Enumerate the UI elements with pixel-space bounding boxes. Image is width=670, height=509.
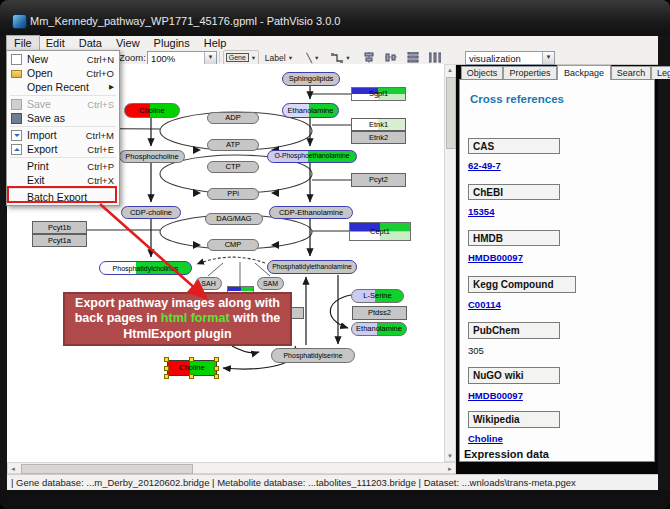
pathway-node-sgpl1[interactable]: Sgpl1 — [351, 87, 406, 101]
menu-item-print[interactable]: PrintCtrl+P — [7, 159, 119, 173]
pathway-node-pcyt1b[interactable]: Pcyt1b — [32, 221, 87, 234]
pathway-node-etnk1[interactable]: Etnk1 — [351, 118, 406, 131]
pathway-node-choline-selected[interactable]: Choline — [167, 360, 217, 376]
scroll-right-icon[interactable]: ► — [445, 464, 455, 474]
tab-backpage[interactable]: Backpage — [557, 65, 611, 80]
import-icon — [11, 130, 22, 141]
link-kegg[interactable]: C00114 — [468, 299, 501, 310]
selection-handle[interactable] — [164, 366, 169, 371]
pathway-node-sam[interactable]: SAM — [257, 277, 284, 290]
menu-plugins[interactable]: Plugins — [147, 36, 197, 50]
zoom-combobox[interactable]: 100% ▼ — [147, 51, 217, 65]
scroll-left-icon[interactable]: ◄ — [8, 464, 18, 474]
label-tool-button[interactable]: Label ▼ — [259, 50, 299, 65]
distribute-columns-button[interactable] — [425, 50, 445, 65]
align-center-y-button[interactable] — [381, 50, 401, 65]
pathway-node-cdp-choline[interactable]: CDP-choline — [121, 206, 181, 219]
visualization-combobox[interactable]: visualization ▼ — [465, 51, 555, 65]
gene-tool-button[interactable]: Gene ▼ — [223, 50, 259, 65]
pathway-node-ethanolamine-top[interactable]: Ethanolamine — [282, 103, 339, 118]
pathway-node-o-phosphoethanolamine[interactable]: O-Phosphoethanolamine — [267, 150, 357, 163]
zoom-caret-icon[interactable]: ▼ — [204, 52, 216, 64]
scroll-down-icon[interactable]: ▼ — [445, 451, 455, 461]
align-center-x-icon — [363, 52, 375, 63]
link-hmdb[interactable]: HMDB00097 — [468, 252, 523, 263]
pathway-node-ptdss2[interactable]: Ptdss2 — [352, 306, 407, 320]
menu-item-save[interactable]: SaveCtrl+S — [7, 97, 119, 111]
link-nugo[interactable]: HMDB00097 — [468, 390, 523, 401]
distribute-columns-icon — [429, 52, 441, 63]
menu-file[interactable]: File — [7, 36, 39, 50]
horizontal-scroll-thumb[interactable] — [21, 464, 193, 474]
pathway-node-adp[interactable]: ADP — [207, 112, 259, 124]
pathway-node-ethanolamine-bottom[interactable]: Ethanolamine — [351, 322, 407, 336]
pathway-node-choline-top[interactable]: Choline — [124, 103, 180, 118]
menu-item-import[interactable]: ImportCtrl+M — [7, 128, 119, 142]
selection-handle[interactable] — [214, 374, 219, 379]
pathway-node-cept1[interactable]: Cept1 — [349, 222, 411, 241]
line-tool-button[interactable]: ╲ ▼ — [299, 50, 327, 65]
menu-item-new[interactable]: NewCtrl+N — [7, 52, 119, 66]
window-title: Mm_Kennedy_pathway_WP1771_45176.gpml - P… — [30, 15, 340, 27]
pathway-node-cmp[interactable]: CMP — [207, 239, 259, 251]
scroll-up-icon[interactable]: ▲ — [445, 65, 455, 75]
link-cas[interactable]: 62-49-7 — [468, 160, 501, 171]
selection-handle[interactable] — [189, 357, 194, 362]
link-chebi[interactable]: 15354 — [468, 206, 494, 217]
connector-tool-button[interactable]: ▼ — [327, 50, 355, 65]
pathway-node-sah[interactable]: SAH — [195, 277, 222, 290]
pathway-node-pcyt2[interactable]: Pcyt2 — [351, 173, 406, 187]
vertical-scroll-thumb[interactable] — [446, 77, 456, 149]
new-file-icon — [11, 54, 22, 65]
canvas-horizontal-scrollbar[interactable]: ◄ ► — [7, 462, 456, 474]
pathway-node-phosphocholine[interactable]: Phosphocholine — [119, 150, 185, 163]
menu-help[interactable]: Help — [197, 36, 234, 50]
section-header-cas: CAS — [468, 138, 560, 154]
open-folder-icon — [11, 70, 22, 78]
pathway-node-ppi[interactable]: PPi — [207, 188, 259, 200]
pathway-node-phosphatidylethanolamine[interactable]: Phosphatidylethanolamine — [267, 260, 357, 274]
tab-objects[interactable]: Objects — [461, 66, 503, 79]
pathway-node-ctp[interactable]: CTP — [207, 161, 259, 173]
pathway-node-phosphatidylcholines[interactable]: Phosphatidylcholines — [99, 261, 192, 275]
pathway-node-cdp-ethanolamine[interactable]: CDP-Ethanolamine — [269, 206, 353, 219]
distribute-rows-button[interactable] — [403, 50, 423, 65]
file-menu: NewCtrl+N OpenCtrl+O Open Recent▶ SaveCt… — [6, 50, 120, 206]
title-bar[interactable]: Mm_Kennedy_pathway_WP1771_45176.gpml - P… — [0, 0, 670, 37]
backpage-panel — [459, 79, 655, 462]
export-icon — [11, 144, 22, 155]
menu-separator — [10, 95, 116, 96]
tab-search[interactable]: Search — [611, 66, 651, 79]
selection-handle[interactable] — [164, 374, 169, 379]
pathway-node-l-serine[interactable]: L-Serine — [351, 289, 404, 303]
menu-item-exit[interactable]: ExitCtrl+X — [7, 173, 119, 187]
selection-handle[interactable] — [189, 374, 194, 379]
link-wikipedia[interactable]: Choline — [468, 433, 503, 444]
batch-export-highlight-box — [7, 186, 117, 203]
label-tool-caret-icon: ▼ — [288, 55, 293, 61]
application-window: Mm_Kennedy_pathway_WP1771_45176.gpml - P… — [0, 0, 670, 509]
pathway-node-sphingolipids[interactable]: Sphingolipids — [282, 72, 340, 86]
save-as-icon — [11, 113, 22, 124]
menu-item-save-as[interactable]: Save as — [7, 111, 119, 125]
pathway-node-atp[interactable]: ATP — [207, 139, 259, 151]
tab-properties[interactable]: Properties — [503, 66, 557, 79]
menu-item-export[interactable]: ExportCtrl+E — [7, 142, 119, 156]
selection-handle[interactable] — [164, 357, 169, 362]
pathway-node-phosphatidylserine[interactable]: Phosphatidylserine — [271, 348, 355, 363]
visualization-caret-icon[interactable]: ▼ — [542, 52, 554, 64]
menu-view[interactable]: View — [109, 36, 147, 50]
menu-item-open-recent[interactable]: Open Recent▶ — [7, 80, 119, 94]
menu-data[interactable]: Data — [72, 36, 109, 50]
pathway-node-pcyt1a[interactable]: Pcyt1a — [32, 234, 87, 247]
selection-handle[interactable] — [214, 357, 219, 362]
canvas-vertical-scrollbar[interactable]: ▲ ▼ — [444, 64, 456, 462]
pathway-node-dag-mag[interactable]: DAG/MAG — [205, 213, 263, 225]
pathway-node-etnk2[interactable]: Etnk2 — [351, 131, 406, 144]
align-center-x-button[interactable] — [359, 50, 379, 65]
window-frame-right — [658, 36, 670, 490]
selection-handle[interactable] — [214, 366, 219, 371]
menu-item-open[interactable]: OpenCtrl+O — [7, 66, 119, 80]
menu-edit[interactable]: Edit — [39, 36, 72, 50]
tab-legend[interactable]: Legend — [651, 66, 670, 79]
